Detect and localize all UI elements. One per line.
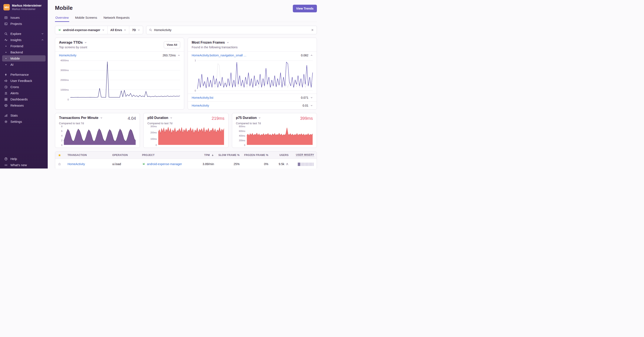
project-link[interactable]: android-expense-manager bbox=[147, 162, 182, 166]
metric-subtitle: Compared to last 7d bbox=[147, 122, 224, 125]
user-org: Markus Hintersteiner bbox=[12, 8, 42, 11]
tab-mobile-screens[interactable]: Mobile Screens bbox=[75, 16, 98, 22]
y-tick-label: 0 bbox=[68, 98, 69, 101]
sidebar-item-settings[interactable]: Settings bbox=[2, 118, 46, 125]
frozen-transaction-link[interactable]: HomeActivity.bottom_navigation_small … bbox=[192, 54, 246, 57]
chevron-down-icon[interactable] bbox=[310, 104, 313, 107]
col-tpm[interactable]: TPM bbox=[193, 152, 216, 158]
sidebar-item-label: Settings bbox=[10, 120, 22, 124]
col-users[interactable]: USERS bbox=[271, 152, 291, 158]
ttid-transaction-link[interactable]: HomeActivity bbox=[59, 54, 76, 57]
sidebar-item-releases[interactable]: Releases bbox=[2, 102, 46, 108]
frozen-transaction-link[interactable]: HomeActivity.list bbox=[192, 96, 214, 99]
sidebar-item-backend[interactable]: Backend bbox=[2, 49, 46, 55]
frozen-frames-panel: Most Frozen Frames Found in the followin… bbox=[188, 38, 317, 110]
sidebar-item-label: Backend bbox=[10, 50, 23, 54]
bullet-icon bbox=[4, 57, 8, 60]
chevron-down-icon[interactable] bbox=[84, 41, 87, 44]
date-range-filter[interactable]: 7D bbox=[129, 26, 143, 34]
user-misery-sparkline bbox=[298, 162, 314, 166]
sidebar-nav: Issues Projects Explore Insights Fronten… bbox=[0, 12, 48, 125]
chevron-down-icon bbox=[138, 29, 140, 31]
sort-desc-icon bbox=[211, 154, 214, 157]
col-tpm-label: TPM bbox=[204, 154, 210, 157]
sidebar-item-alerts[interactable]: Alerts bbox=[2, 90, 46, 96]
chevron-down-icon[interactable] bbox=[100, 117, 103, 119]
chevron-down-icon[interactable] bbox=[226, 41, 229, 44]
col-slow-frame[interactable]: SLOW FRAME % bbox=[216, 152, 242, 158]
sidebar-item-dashboards[interactable]: Dashboards bbox=[2, 96, 46, 102]
y-tick-label: 100ms bbox=[150, 138, 157, 140]
sidebar-item-label: Projects bbox=[10, 22, 22, 26]
sidebar-item-label: Frontend bbox=[10, 44, 23, 48]
date-range-value: 7D bbox=[132, 28, 136, 32]
projects-icon bbox=[4, 22, 8, 25]
y-tick-label: 6 bbox=[61, 130, 62, 132]
bullet-icon bbox=[4, 44, 8, 48]
sidebar-item-whats-new[interactable]: What's new bbox=[2, 162, 46, 168]
user-name: Markus Hintersteiner bbox=[12, 4, 42, 7]
sidebar-item-insights[interactable]: Insights bbox=[2, 37, 46, 43]
tpm-card: Transactions Per Minute 4.04 Compared to… bbox=[55, 113, 140, 148]
chevron-up-icon[interactable] bbox=[310, 54, 313, 57]
sidebar-item-ai[interactable]: AI bbox=[2, 61, 46, 68]
clock-icon bbox=[4, 85, 8, 89]
android-icon bbox=[58, 28, 61, 32]
sidebar-item-mobile[interactable]: Mobile bbox=[2, 55, 46, 61]
sidebar-item-projects[interactable]: Projects bbox=[2, 21, 46, 27]
slow-frame-cell: 25% bbox=[216, 159, 242, 168]
users-cell: 9.5k bbox=[271, 159, 291, 168]
sidebar-item-frontend[interactable]: Frontend bbox=[2, 43, 46, 49]
sidebar-item-explore[interactable]: Explore bbox=[2, 31, 46, 37]
environment-filter[interactable]: All Envs bbox=[107, 26, 129, 34]
y-tick-label: 4 bbox=[61, 135, 62, 137]
search-icon bbox=[149, 28, 152, 31]
col-frozen-frame[interactable]: FROZEN FRAME % bbox=[242, 152, 271, 158]
col-transaction[interactable]: TRANSACTION bbox=[65, 152, 110, 158]
view-all-button[interactable]: View All bbox=[164, 41, 180, 48]
chevron-down-icon[interactable] bbox=[310, 96, 313, 99]
y-tick-label: 400ms bbox=[239, 135, 245, 137]
panel-subtitle: Found in the following transactions bbox=[192, 45, 238, 49]
favorite-star-icon[interactable] bbox=[58, 163, 61, 166]
search-bar bbox=[146, 26, 317, 34]
chevron-down-icon[interactable] bbox=[170, 117, 172, 119]
sidebar-item-stats[interactable]: Stats bbox=[2, 112, 46, 118]
issues-icon bbox=[4, 16, 8, 19]
metric-title: Transactions Per Minute bbox=[59, 116, 98, 120]
sidebar-item-help[interactable]: Help bbox=[2, 156, 46, 162]
bullet-icon bbox=[4, 51, 8, 54]
frozen-frames-chart bbox=[197, 60, 313, 91]
user-menu[interactable]: MH Markus Hintersteiner Markus Hinterste… bbox=[0, 3, 48, 12]
star-icon[interactable] bbox=[58, 154, 61, 157]
col-user-misery-label: USER MISERY bbox=[296, 153, 314, 157]
frozen-transaction-link[interactable]: HomeActivity bbox=[192, 104, 209, 107]
sidebar-item-user-feedback[interactable]: User Feedback bbox=[2, 78, 46, 84]
filter-group: android-expense-manager All Envs 7D bbox=[55, 26, 143, 34]
view-trends-button[interactable]: View Trends bbox=[293, 5, 317, 12]
search-input[interactable] bbox=[154, 28, 309, 32]
sidebar-item-performance[interactable]: Performance bbox=[2, 71, 46, 78]
tab-overview[interactable]: Overview bbox=[55, 16, 69, 22]
chevron-up-icon bbox=[41, 38, 44, 41]
operation-cell: ui.load bbox=[110, 159, 140, 168]
col-project[interactable]: PROJECT bbox=[140, 152, 193, 158]
sidebar-item-label: Releases bbox=[10, 103, 24, 107]
ttid-chart bbox=[70, 60, 180, 100]
sidebar-item-issues[interactable]: Issues bbox=[2, 14, 46, 21]
tab-network-requests[interactable]: Network Requests bbox=[103, 16, 130, 22]
sidebar-item-crons[interactable]: Crons bbox=[2, 84, 46, 90]
chevron-up-icon[interactable] bbox=[178, 54, 180, 57]
y-axis: 800ms 600ms 400ms 200ms 0 bbox=[236, 125, 245, 146]
clear-search-icon[interactable] bbox=[311, 28, 314, 31]
transaction-link[interactable]: HomeActivity bbox=[68, 162, 85, 166]
chevron-down-icon[interactable] bbox=[258, 117, 261, 119]
project-filter[interactable]: android-expense-manager bbox=[55, 26, 107, 34]
metric-value: 4.04 bbox=[128, 116, 136, 121]
col-user-misery[interactable]: USER MISERY bbox=[291, 151, 317, 159]
table-row: HomeActivity ui.load android-expense-man… bbox=[55, 159, 317, 168]
y-tick-label: 0 bbox=[61, 144, 62, 146]
user-icon bbox=[286, 163, 288, 166]
lightning-icon bbox=[4, 73, 8, 76]
col-operation[interactable]: OPERATION bbox=[110, 152, 140, 158]
